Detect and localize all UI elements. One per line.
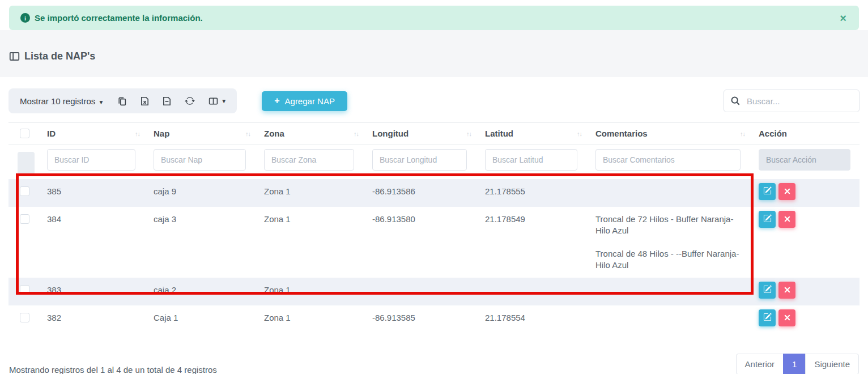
cell-zona: Zona 1	[255, 278, 363, 305]
table-row: 382Caja 1Zona 1-86.91358521.178554	[8, 305, 860, 333]
column-label-id: ID	[47, 129, 56, 138]
close-icon: ×	[840, 12, 846, 24]
cell-zona: Zona 1	[255, 207, 363, 278]
alert-message: Se importó correctamente la información.	[35, 13, 203, 23]
title-band: Lista de NAP's	[0, 30, 868, 77]
cell-id: 382	[38, 305, 144, 333]
cell-id: 384	[38, 207, 144, 278]
copy-button[interactable]	[110, 92, 134, 110]
column-header-longitud[interactable]: Longitud↑↓	[363, 122, 476, 144]
filter-input-longitud[interactable]	[372, 149, 467, 171]
alert-close-button[interactable]: ×	[836, 11, 850, 25]
column-label-comentarios: Comentarios	[595, 129, 648, 138]
refresh-icon	[185, 96, 195, 106]
filter-input-id[interactable]	[47, 149, 135, 171]
sort-arrows-icon[interactable]: ↑↓	[135, 130, 140, 137]
export-file-icon	[163, 96, 171, 106]
table-header-row: ID↑↓Nap↑↓Zona↑↓Longitud↑↓Latitud↑↓Coment…	[8, 122, 860, 144]
sort-arrows-icon[interactable]: ↑↓	[740, 130, 745, 137]
delete-button[interactable]	[778, 211, 795, 228]
chevron-down-icon: ▼	[221, 98, 227, 104]
filter-input-accion	[759, 149, 850, 171]
search-input[interactable]	[724, 90, 860, 112]
cell-accion	[750, 179, 860, 207]
select-all-checkbox[interactable]	[20, 129, 29, 138]
records-info: Mostrando registros del 1 al 4 de un tot…	[8, 365, 217, 374]
column-label-accion: Acción	[759, 129, 787, 138]
table-footer: Mostrando registros del 1 al 4 de un tot…	[8, 346, 860, 374]
filter-input-latitud[interactable]	[485, 149, 577, 171]
cell-longitud: -86.913580	[363, 207, 476, 278]
add-nap-button[interactable]: + Agregar NAP	[262, 91, 347, 111]
sort-arrows-icon[interactable]: ↑↓	[466, 130, 471, 137]
delete-button[interactable]	[778, 183, 795, 200]
cell-latitud: 21.178549	[476, 207, 586, 278]
show-records-dropdown[interactable]: Mostrar 10 registros▼	[12, 92, 110, 110]
edit-icon	[763, 186, 772, 197]
table-icon	[9, 51, 20, 62]
chevron-down-icon: ▼	[98, 99, 104, 105]
table-toolbar: Mostrar 10 registros▼	[8, 88, 860, 113]
table-wrap: ID↑↓Nap↑↓Zona↑↓Longitud↑↓Latitud↑↓Coment…	[8, 122, 860, 333]
refresh-button[interactable]	[178, 91, 202, 110]
column-header-latitud[interactable]: Latitud↑↓	[476, 122, 586, 144]
export-excel-button[interactable]	[134, 92, 156, 110]
pagination-prev-button[interactable]: Anterior	[736, 354, 784, 374]
cell-zona: Zona 1	[255, 179, 363, 207]
row-checkbox[interactable]	[20, 285, 29, 295]
export-excel-icon	[141, 96, 149, 106]
cell-nap: caja 2	[144, 278, 255, 305]
show-records-label: Mostrar 10 registros	[20, 96, 95, 106]
filter-input-nap[interactable]	[154, 149, 246, 171]
filter-input-comentarios[interactable]	[595, 149, 741, 171]
edit-button[interactable]	[759, 183, 776, 200]
delete-x-icon	[784, 314, 790, 322]
export-file-button[interactable]	[156, 92, 178, 110]
column-header-nap[interactable]: Nap↑↓	[144, 122, 255, 144]
pagination-next-button[interactable]: Siguiente	[805, 354, 859, 374]
row-checkbox[interactable]	[20, 313, 29, 322]
row-checkbox[interactable]	[20, 186, 29, 196]
cell-nap: caja 3	[144, 207, 255, 278]
global-search	[724, 90, 860, 112]
cell-latitud: 21.178555	[476, 179, 586, 207]
pagination-page-1-button[interactable]: 1	[783, 354, 806, 374]
filter-input-zona[interactable]	[264, 149, 354, 171]
sort-arrows-icon[interactable]: ↑↓	[245, 130, 250, 137]
table-filter-row	[8, 144, 860, 179]
page-title: Lista de NAP's	[9, 50, 859, 62]
column-header-id[interactable]: ID↑↓	[38, 122, 144, 144]
nap-list-card: Mostrar 10 registros▼	[0, 77, 868, 374]
comment-text: Troncal de 48 Hilos - --Buffer Naranja- …	[595, 248, 745, 271]
success-alert: i Se importó correctamente la informació…	[9, 6, 859, 30]
add-nap-label: Agregar NAP	[285, 96, 335, 106]
column-header-comentarios[interactable]: Comentarios↑↓	[586, 122, 750, 144]
table-row: 383caja 2Zona 1	[8, 278, 860, 305]
column-label-nap: Nap	[154, 129, 169, 138]
delete-x-icon	[784, 188, 790, 196]
columns-visibility-icon	[209, 96, 218, 106]
cell-comentarios	[586, 305, 750, 333]
delete-button[interactable]	[778, 309, 795, 326]
edit-button[interactable]	[759, 211, 776, 228]
cell-longitud: -86.913585	[363, 305, 476, 333]
delete-button[interactable]	[778, 282, 795, 299]
edit-icon	[763, 313, 772, 323]
cell-latitud: 21.178554	[476, 305, 586, 333]
cell-id: 383	[38, 278, 144, 305]
column-label-latitud: Latitud	[485, 129, 513, 138]
column-header-zona[interactable]: Zona↑↓	[255, 122, 363, 144]
edit-button[interactable]	[759, 309, 776, 326]
columns-visibility-button[interactable]: ▼	[202, 92, 233, 110]
sort-arrows-icon[interactable]: ↑↓	[577, 130, 582, 137]
cell-accion	[750, 207, 860, 278]
cell-longitud	[363, 278, 476, 305]
cell-zona: Zona 1	[255, 305, 363, 333]
sort-arrows-icon[interactable]: ↑↓	[354, 130, 359, 137]
edit-button[interactable]	[759, 282, 776, 299]
delete-x-icon	[784, 215, 790, 224]
edit-icon	[763, 214, 772, 224]
row-checkbox[interactable]	[20, 214, 29, 224]
cell-id: 385	[38, 179, 144, 207]
plus-icon: +	[274, 96, 279, 105]
